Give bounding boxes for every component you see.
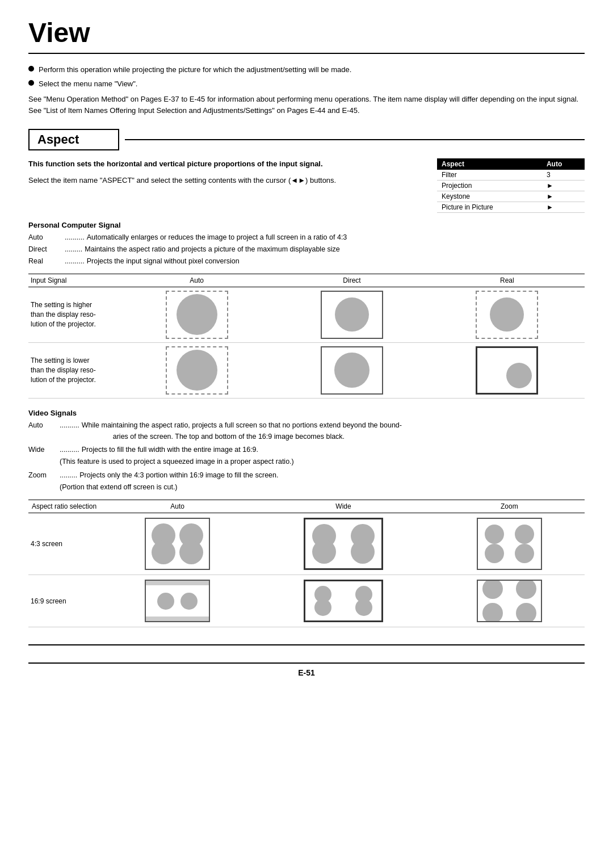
aspect-title: Aspect <box>28 129 119 150</box>
video-signals-list: Auto .......... While maintaining the as… <box>28 420 585 493</box>
video-wide-dots: .......... <box>60 444 79 456</box>
menu-value-projection: ► <box>542 180 585 191</box>
bullet-item-1: Perform this operation while projecting … <box>28 64 585 76</box>
pc-table-header-signal: Input Signal <box>28 274 119 287</box>
bullet-text-2: Select the menu name "View". <box>39 78 137 90</box>
signal-direct-desc: Maintains the aspect ratio and projects … <box>85 244 340 255</box>
pc-signal-list: Auto .......... Automatically enlarges o… <box>28 232 585 268</box>
video-auto-dots: .......... <box>60 420 79 443</box>
menu-row-keystone: Keystone ► <box>437 191 585 202</box>
pc-table-header-direct: Direct <box>274 274 429 287</box>
video-cell-43-zoom <box>434 513 585 575</box>
pc-cell-lower-auto <box>119 342 274 398</box>
page-title: View <box>28 17 585 54</box>
signal-direct-dots: ......... <box>65 244 82 255</box>
menu-row-projection: Projection ► <box>437 180 585 191</box>
pc-cell-lower-direct <box>274 342 429 398</box>
bullet-icon-2 <box>28 80 34 86</box>
aspect-menu-table-container: Aspect Auto Filter 3 Projection ► Keysto… <box>437 158 585 213</box>
signal-auto-key: Auto <box>28 232 62 244</box>
video-row-169: 16:9 screen <box>28 575 585 627</box>
video-cell-43-wide <box>253 513 434 575</box>
section-header-line <box>125 139 585 140</box>
video-zoom-dots: ......... <box>60 469 77 481</box>
pc-cell-higher-auto <box>119 287 274 342</box>
video-table-header-auto: Auto <box>102 500 253 513</box>
menu-value-keystone: ► <box>542 191 585 202</box>
bullet-item-2: Select the menu name "View". <box>28 78 585 90</box>
menu-label-filter: Filter <box>437 170 542 181</box>
pc-row-higher: The setting is higherthan the display re… <box>28 287 585 342</box>
menu-row-pip: Picture in Picture ► <box>437 202 585 212</box>
signal-direct-key: Direct <box>28 244 62 255</box>
pc-row-lower: The setting is lowerthan the display res… <box>28 342 585 398</box>
video-auto-desc: While maintaining the aspect ratio, proj… <box>82 420 402 443</box>
video-cell-43-auto <box>102 513 253 575</box>
intro-section: Perform this operation while projecting … <box>28 64 585 116</box>
video-cell-169-zoom <box>434 575 585 627</box>
pc-diagram-table: Input Signal Auto Direct Real The settin… <box>28 274 585 399</box>
menu-value-pip: ► <box>542 202 585 212</box>
menu-header-aspect: Aspect <box>437 158 542 170</box>
video-wide-item: Wide .......... Projects to fill the ful… <box>28 444 585 456</box>
signal-auto-desc: Automatically enlarges or reduces the im… <box>87 232 347 244</box>
menu-header-auto: Auto <box>542 158 585 170</box>
pc-cell-higher-real <box>430 287 585 342</box>
video-wide-desc: Projects to fill the full width with the… <box>82 444 258 456</box>
aspect-body: Select the item name "ASPECT" and select… <box>28 175 426 186</box>
aspect-content: This function sets the horizontal and ve… <box>28 158 585 213</box>
pc-cell-higher-direct <box>274 287 429 342</box>
menu-value-filter: 3 <box>542 170 585 181</box>
aspect-menu-table: Aspect Auto Filter 3 Projection ► Keysto… <box>437 158 585 213</box>
pc-row-lower-label: The setting is lowerthan the display res… <box>28 342 119 398</box>
page-number: E-51 <box>28 662 585 677</box>
pc-table-header-real: Real <box>430 274 585 287</box>
video-signals-section: Video Signals Auto .......... While main… <box>28 409 585 628</box>
video-diagram-table: Aspect ratio selection Auto Wide Zoom 4:… <box>28 500 585 627</box>
signal-real-dots: .......... <box>65 255 85 267</box>
video-row-43: 4:3 screen <box>28 513 585 575</box>
video-zoom-note: (Portion that extend off screen is cut.) <box>28 481 585 493</box>
bullet-text-1: Perform this operation while projecting … <box>39 64 351 76</box>
video-table-header-wide: Wide <box>253 500 434 513</box>
menu-label-pip: Picture in Picture <box>437 202 542 212</box>
signal-real: Real .......... Projects the input signa… <box>28 255 585 267</box>
video-zoom-key: Zoom <box>28 469 60 481</box>
intro-body: See "Menu Operation Method" on Pages E-3… <box>28 94 585 116</box>
video-cell-169-wide <box>253 575 434 627</box>
menu-label-keystone: Keystone <box>437 191 542 202</box>
menu-row-filter: Filter 3 <box>437 170 585 181</box>
bullet-icon-1 <box>28 66 34 72</box>
pc-signal-title: Personal Computer Signal <box>28 221 585 229</box>
pc-table-header-auto: Auto <box>119 274 274 287</box>
aspect-section-header: Aspect <box>28 129 585 150</box>
video-auto-key: Auto <box>28 420 60 443</box>
video-cell-169-auto <box>102 575 253 627</box>
video-row-43-label: 4:3 screen <box>28 513 102 575</box>
video-table-header-selection: Aspect ratio selection <box>28 500 102 513</box>
video-auto-item: Auto .......... While maintaining the as… <box>28 420 585 443</box>
menu-label-projection: Projection <box>437 180 542 191</box>
video-zoom-desc: Projects only the 4:3 portion within 16:… <box>79 469 278 481</box>
signal-auto-dots: .......... <box>65 232 85 244</box>
signal-real-key: Real <box>28 255 62 267</box>
pc-cell-lower-real <box>430 342 585 398</box>
aspect-left: This function sets the horizontal and ve… <box>28 158 426 213</box>
pc-row-higher-label: The setting is higherthan the display re… <box>28 287 119 342</box>
video-signals-title: Video Signals <box>28 409 585 417</box>
video-wide-note: (This feature is used to project a squee… <box>28 456 585 468</box>
signal-real-desc: Projects the input signal without pixel … <box>87 255 240 267</box>
video-table-header-zoom: Zoom <box>434 500 585 513</box>
video-row-169-label: 16:9 screen <box>28 575 102 627</box>
video-zoom-item: Zoom ......... Projects only the 4:3 por… <box>28 469 585 481</box>
video-wide-key: Wide <box>28 444 60 456</box>
signal-direct: Direct ......... Maintains the aspect ra… <box>28 244 585 255</box>
signal-auto: Auto .......... Automatically enlarges o… <box>28 232 585 244</box>
aspect-bold-intro: This function sets the horizontal and ve… <box>28 158 426 170</box>
